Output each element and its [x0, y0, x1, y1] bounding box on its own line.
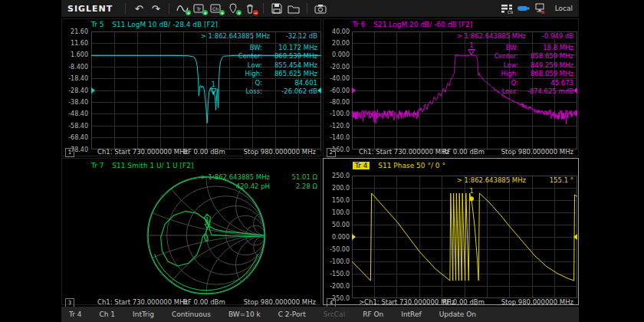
statusbar-item-c-2-port[interactable]: C 2-Port: [278, 310, 306, 318]
y-axis-tick: -18.40: [62, 75, 88, 82]
readout-label: > 1:862.643885 MHz: [457, 176, 526, 186]
readout-value: 849.259 MHz: [523, 61, 573, 71]
open-icon[interactable]: [285, 2, 302, 15]
readout-label: 420.42 pH: [236, 182, 270, 192]
statusbar-item-rf-on[interactable]: RF On: [363, 310, 383, 318]
layout-icon[interactable]: C9: [498, 2, 515, 15]
y-axis-tick: 21.60: [62, 28, 88, 35]
readout-value: 18.8 MHz: [523, 44, 573, 53]
statusbar-item-bw-10-k[interactable]: BW=10 k: [228, 310, 261, 318]
svg-text:x: x: [541, 9, 545, 14]
local-remote-status[interactable]: Local: [555, 5, 573, 12]
readout-label: > 1:862.643885 MHz: [457, 32, 526, 41]
siglent-logo: SIGLENT: [67, 4, 113, 14]
add-channel-icon[interactable]: Ch +: [208, 2, 225, 15]
window-index[interactable]: 1: [65, 148, 74, 157]
y-axis-tick: -8.400: [62, 64, 88, 71]
delete-icon[interactable]: −: [242, 2, 258, 15]
statusbar-item-inttrig[interactable]: IntTrig: [133, 310, 154, 318]
readout-label: > 1:862.643885 MHz: [201, 173, 270, 182]
readout-value: 2.28 Ω: [274, 182, 317, 192]
stop-frequency: Stop 980.000000 MHz: [501, 298, 573, 306]
rf-power: RF 0.00 dBm: [183, 148, 225, 156]
plot-area-s11-phase[interactable]: 1: [352, 176, 577, 298]
y-axis-tick: -38.40: [62, 99, 88, 106]
start-frequency: >Ch1: Start 730.000000 MHz: [359, 298, 455, 306]
svg-text:Tr: Tr: [196, 6, 202, 12]
y-axis-tick: -60.00: [324, 87, 350, 94]
trace-header[interactable]: Tr 7 S11 Smith 1 U/ 1 U [F2]: [91, 162, 193, 172]
readout-value: -26.062 dB: [267, 87, 317, 97]
y-axis-tick: -80.00: [324, 99, 350, 106]
y-axis-tick: 100.0: [324, 209, 350, 216]
window-1-tr5-s11-logm[interactable]: Tr 5 S11 LogM 10 dB/ -28.4 dB [F2] 21.60…: [61, 18, 321, 156]
start-frequency: Ch1: Start 730.000000 MHz: [97, 298, 188, 306]
y-axis-tick: 20.00: [324, 40, 350, 47]
redo-icon[interactable]: ↷: [147, 2, 164, 15]
undo-icon[interactable]: ↶: [130, 2, 147, 15]
rf-power: RF 0.00 dBm: [442, 148, 485, 156]
y-axis-tick: 200.0: [324, 185, 350, 192]
trace-name-active[interactable]: Tr 4: [353, 162, 370, 169]
lan-error-icon[interactable]: x: [532, 2, 549, 15]
readout-label: Q:: [255, 79, 262, 88]
readout-label: Low:: [248, 61, 262, 71]
add-marker-icon[interactable]: +: [225, 2, 242, 15]
readout-label: Q:: [511, 79, 518, 88]
window-4-tr4-s11-phase-active[interactable]: Tr 4 S11 Phase 50 °/ 0 ° 250.0200.0150.0…: [323, 158, 579, 305]
y-axis-tick: -100.0: [324, 258, 350, 265]
window-2-tr6-s21-logm[interactable]: Tr 6 S21 LogM 20 dB/ -60 dB [F2] 40.0020…: [323, 18, 579, 156]
trace-header[interactable]: Tr 5 S11 LogM 10 dB/ -28.4 dB [F2]: [91, 21, 218, 31]
add-trace-window-icon[interactable]: Tr +: [191, 2, 208, 15]
readout-label: BW:: [250, 44, 262, 53]
readout-value: -32.12 dB: [274, 32, 317, 41]
status-bar: Tr 4Ch 1IntTrigContinuousBW=10 kC 2-Port…: [61, 307, 579, 322]
stop-frequency: Stop 980.000000 MHz: [501, 148, 573, 156]
y-axis-tick: 40.00: [324, 28, 350, 35]
y-axis-tick: 150.0: [324, 197, 350, 204]
statusbar-item-tr-4[interactable]: Tr 4: [69, 310, 81, 318]
save-icon[interactable]: [268, 2, 285, 15]
readout-value: 45.673: [523, 79, 573, 88]
y-axis-tick: -150.0: [324, 271, 350, 278]
svg-text:1: 1: [469, 188, 473, 195]
y-axis-tick: -120.0: [324, 123, 350, 130]
trace-name[interactable]: Tr 7: [91, 162, 104, 169]
readout-label: BW:: [506, 44, 518, 53]
window-index[interactable]: 2: [327, 148, 336, 157]
readout-label: Center:: [495, 52, 518, 61]
y-axis-tick: 0.000: [324, 234, 350, 241]
svg-text:C9: C9: [508, 9, 513, 14]
readout-value: -874.625 mdB: [523, 87, 573, 97]
usb-icon[interactable]: [515, 2, 532, 15]
screenshot-icon[interactable]: [312, 2, 329, 15]
readout-value: 860.539 MHz: [267, 52, 317, 61]
readout-label: > 1:862.643885 MHz: [201, 32, 270, 41]
readout-label: Loss:: [245, 87, 262, 97]
y-axis-tick: -50.00: [324, 246, 350, 253]
readout-value: 855.454 MHz: [267, 61, 317, 71]
marker-readout: > 1:862.643885 MHz-0.949 dBBW:18.8 MHzCe…: [457, 32, 573, 97]
start-frequency: Ch1: Start 730.000000 MHz: [97, 148, 188, 156]
statusbar-item-ch-1[interactable]: Ch 1: [99, 310, 115, 318]
plot-area-smith-chart[interactable]: 1: [91, 172, 321, 300]
marker-readout: > 1:862.643885 MHz155.1 °: [457, 176, 573, 186]
separator: [125, 3, 126, 14]
y-axis-tick: 50.00: [324, 222, 350, 228]
add-trace-icon[interactable]: +: [174, 2, 191, 15]
statusbar-item-continuous[interactable]: Continuous: [172, 310, 211, 318]
y-axis-tick: -140.0: [324, 134, 350, 141]
trace-header[interactable]: Tr 6 S21 LogM 20 dB/ -60 dB [F2]: [353, 21, 472, 31]
trace-name[interactable]: Tr 6: [353, 21, 365, 28]
trace-name[interactable]: Tr 5: [91, 21, 104, 28]
window-3-tr7-s11-smith[interactable]: Tr 7 S11 Smith 1 U/ 1 U [F2] 1 > 1:862.6…: [61, 158, 321, 305]
y-axis-tick: -20.00: [324, 64, 350, 71]
statusbar-item-intref[interactable]: IntRef: [401, 310, 421, 318]
svg-text:1: 1: [205, 217, 209, 224]
readout-label: High:: [501, 70, 518, 79]
y-axis-tick: -28.40: [62, 87, 88, 94]
statusbar-item-srccal[interactable]: SrcCal: [324, 310, 345, 318]
statusbar-item-update-on[interactable]: Update On: [439, 310, 476, 318]
trace-header[interactable]: Tr 4 S11 Phase 50 °/ 0 °: [353, 162, 445, 172]
readout-value: 865.625 MHz: [267, 70, 317, 79]
